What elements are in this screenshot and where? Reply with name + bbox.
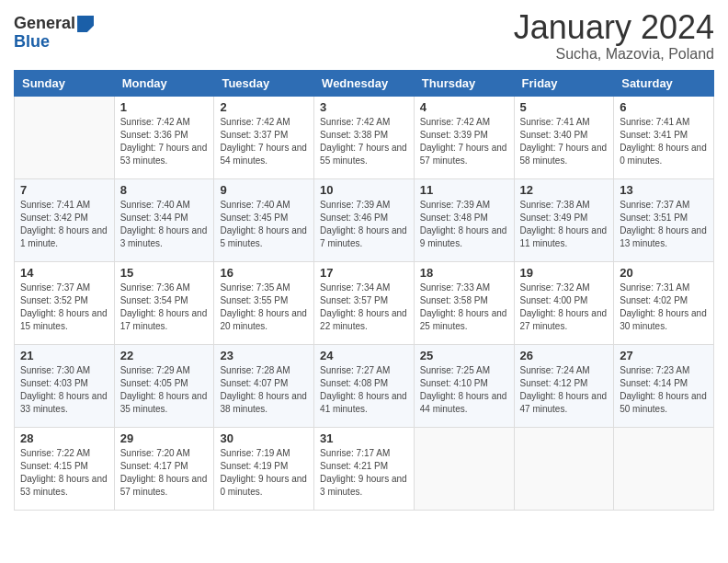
table-row: 28 Sunrise: 7:22 AMSunset: 4:15 PMDaylig… [15, 427, 115, 510]
day-number: 28 [20, 431, 108, 445]
day-number: 7 [20, 183, 108, 197]
day-number: 29 [120, 431, 209, 445]
calendar-table: Sunday Monday Tuesday Wednesday Thursday… [14, 70, 714, 511]
col-saturday: Saturday [614, 70, 714, 96]
logo-icon [77, 16, 94, 32]
col-sunday: Sunday [15, 70, 115, 96]
week-row-3: 14 Sunrise: 7:37 AMSunset: 3:52 PMDaylig… [15, 261, 714, 344]
table-row: 15 Sunrise: 7:36 AMSunset: 3:54 PMDaylig… [114, 261, 214, 344]
day-number: 26 [520, 349, 609, 362]
table-row [414, 427, 514, 510]
day-info: Sunrise: 7:35 AMSunset: 3:55 PMDaylight:… [220, 282, 308, 333]
day-number: 19 [520, 266, 609, 280]
week-row-2: 7 Sunrise: 7:41 AMSunset: 3:42 PMDayligh… [15, 178, 714, 261]
table-row: 19 Sunrise: 7:32 AMSunset: 4:00 PMDaylig… [514, 261, 614, 344]
table-row: 2 Sunrise: 7:42 AMSunset: 3:37 PMDayligh… [214, 96, 314, 178]
day-info: Sunrise: 7:40 AMSunset: 3:45 PMDaylight:… [220, 199, 308, 250]
table-row [614, 427, 714, 510]
table-row: 24 Sunrise: 7:27 AMSunset: 4:08 PMDaylig… [314, 344, 415, 427]
day-info: Sunrise: 7:42 AMSunset: 3:38 PMDaylight:… [320, 116, 408, 167]
day-number: 22 [120, 349, 209, 362]
title-area: January 2024 Sucha, Mazovia, Poland [514, 9, 714, 63]
day-number: 1 [120, 100, 209, 114]
col-tuesday: Tuesday [214, 70, 314, 96]
day-info: Sunrise: 7:40 AMSunset: 3:44 PMDaylight:… [120, 199, 209, 250]
table-row: 7 Sunrise: 7:41 AMSunset: 3:42 PMDayligh… [15, 178, 115, 261]
page-location: Sucha, Mazovia, Poland [514, 46, 714, 63]
day-number: 14 [20, 266, 108, 280]
day-info: Sunrise: 7:23 AMSunset: 4:14 PMDaylight:… [620, 364, 708, 416]
day-number: 17 [320, 266, 408, 280]
day-info: Sunrise: 7:42 AMSunset: 3:36 PMDaylight:… [120, 116, 209, 167]
day-number: 3 [320, 100, 408, 114]
table-row: 1 Sunrise: 7:42 AMSunset: 3:36 PMDayligh… [114, 96, 214, 178]
day-info: Sunrise: 7:19 AMSunset: 4:19 PMDaylight:… [220, 447, 308, 499]
day-number: 11 [420, 183, 508, 197]
table-row: 23 Sunrise: 7:28 AMSunset: 4:07 PMDaylig… [214, 344, 314, 427]
table-row: 27 Sunrise: 7:23 AMSunset: 4:14 PMDaylig… [614, 344, 714, 427]
day-info: Sunrise: 7:39 AMSunset: 3:48 PMDaylight:… [420, 199, 508, 250]
day-info: Sunrise: 7:17 AMSunset: 4:21 PMDaylight:… [320, 447, 408, 499]
table-row: 20 Sunrise: 7:31 AMSunset: 4:02 PMDaylig… [614, 261, 714, 344]
day-number: 8 [120, 183, 209, 197]
table-row: 14 Sunrise: 7:37 AMSunset: 3:52 PMDaylig… [15, 261, 115, 344]
day-info: Sunrise: 7:29 AMSunset: 4:05 PMDaylight:… [120, 364, 209, 416]
day-info: Sunrise: 7:25 AMSunset: 4:10 PMDaylight:… [420, 364, 508, 416]
table-row: 21 Sunrise: 7:30 AMSunset: 4:03 PMDaylig… [15, 344, 115, 427]
day-info: Sunrise: 7:39 AMSunset: 3:46 PMDaylight:… [320, 199, 408, 250]
day-info: Sunrise: 7:33 AMSunset: 3:58 PMDaylight:… [420, 282, 508, 333]
table-row: 31 Sunrise: 7:17 AMSunset: 4:21 PMDaylig… [314, 427, 415, 510]
week-row-4: 21 Sunrise: 7:30 AMSunset: 4:03 PMDaylig… [15, 344, 714, 427]
col-friday: Friday [514, 70, 614, 96]
day-info: Sunrise: 7:37 AMSunset: 3:51 PMDaylight:… [620, 199, 708, 250]
table-row: 12 Sunrise: 7:38 AMSunset: 3:49 PMDaylig… [514, 178, 614, 261]
table-row: 29 Sunrise: 7:20 AMSunset: 4:17 PMDaylig… [114, 427, 214, 510]
day-info: Sunrise: 7:42 AMSunset: 3:37 PMDaylight:… [220, 116, 308, 167]
day-info: Sunrise: 7:41 AMSunset: 3:40 PMDaylight:… [520, 116, 609, 167]
table-row: 22 Sunrise: 7:29 AMSunset: 4:05 PMDaylig… [114, 344, 214, 427]
col-thursday: Thursday [414, 70, 514, 96]
table-row: 6 Sunrise: 7:41 AMSunset: 3:41 PMDayligh… [614, 96, 714, 178]
day-number: 20 [620, 266, 708, 280]
day-number: 25 [420, 349, 508, 362]
day-number: 24 [320, 349, 408, 362]
day-number: 31 [320, 431, 408, 445]
day-info: Sunrise: 7:36 AMSunset: 3:54 PMDaylight:… [120, 282, 209, 333]
day-info: Sunrise: 7:38 AMSunset: 3:49 PMDaylight:… [520, 199, 609, 250]
table-row: 17 Sunrise: 7:34 AMSunset: 3:57 PMDaylig… [314, 261, 415, 344]
table-row: 25 Sunrise: 7:25 AMSunset: 4:10 PMDaylig… [414, 344, 514, 427]
day-info: Sunrise: 7:30 AMSunset: 4:03 PMDaylight:… [20, 364, 108, 416]
day-info: Sunrise: 7:41 AMSunset: 3:42 PMDaylight:… [20, 199, 108, 250]
table-row: 5 Sunrise: 7:41 AMSunset: 3:40 PMDayligh… [514, 96, 614, 178]
table-row [15, 96, 115, 178]
table-row: 13 Sunrise: 7:37 AMSunset: 3:51 PMDaylig… [614, 178, 714, 261]
page-header: General Blue January 2024 Sucha, Mazovia… [14, 9, 714, 63]
table-row: 8 Sunrise: 7:40 AMSunset: 3:44 PMDayligh… [114, 178, 214, 261]
day-number: 12 [520, 183, 609, 197]
day-info: Sunrise: 7:31 AMSunset: 4:02 PMDaylight:… [620, 282, 708, 333]
table-row: 26 Sunrise: 7:24 AMSunset: 4:12 PMDaylig… [514, 344, 614, 427]
day-number: 21 [20, 349, 108, 362]
table-row: 30 Sunrise: 7:19 AMSunset: 4:19 PMDaylig… [214, 427, 314, 510]
day-number: 15 [120, 266, 209, 280]
week-row-1: 1 Sunrise: 7:42 AMSunset: 3:36 PMDayligh… [15, 96, 714, 178]
logo: General Blue [14, 15, 94, 52]
table-row: 11 Sunrise: 7:39 AMSunset: 3:48 PMDaylig… [414, 178, 514, 261]
day-info: Sunrise: 7:34 AMSunset: 3:57 PMDaylight:… [320, 282, 408, 333]
day-number: 30 [220, 431, 308, 445]
table-row: 18 Sunrise: 7:33 AMSunset: 3:58 PMDaylig… [414, 261, 514, 344]
col-wednesday: Wednesday [314, 70, 415, 96]
day-info: Sunrise: 7:41 AMSunset: 3:41 PMDaylight:… [620, 116, 708, 167]
day-number: 4 [420, 100, 508, 114]
day-info: Sunrise: 7:20 AMSunset: 4:17 PMDaylight:… [120, 447, 209, 499]
day-number: 10 [320, 183, 408, 197]
day-info: Sunrise: 7:27 AMSunset: 4:08 PMDaylight:… [320, 364, 408, 416]
day-info: Sunrise: 7:37 AMSunset: 3:52 PMDaylight:… [20, 282, 108, 333]
page-title: January 2024 [514, 9, 714, 46]
table-row [514, 427, 614, 510]
day-info: Sunrise: 7:32 AMSunset: 4:00 PMDaylight:… [520, 282, 609, 333]
day-info: Sunrise: 7:28 AMSunset: 4:07 PMDaylight:… [220, 364, 308, 416]
table-row: 10 Sunrise: 7:39 AMSunset: 3:46 PMDaylig… [314, 178, 415, 261]
day-number: 6 [620, 100, 708, 114]
day-info: Sunrise: 7:42 AMSunset: 3:39 PMDaylight:… [420, 116, 508, 167]
